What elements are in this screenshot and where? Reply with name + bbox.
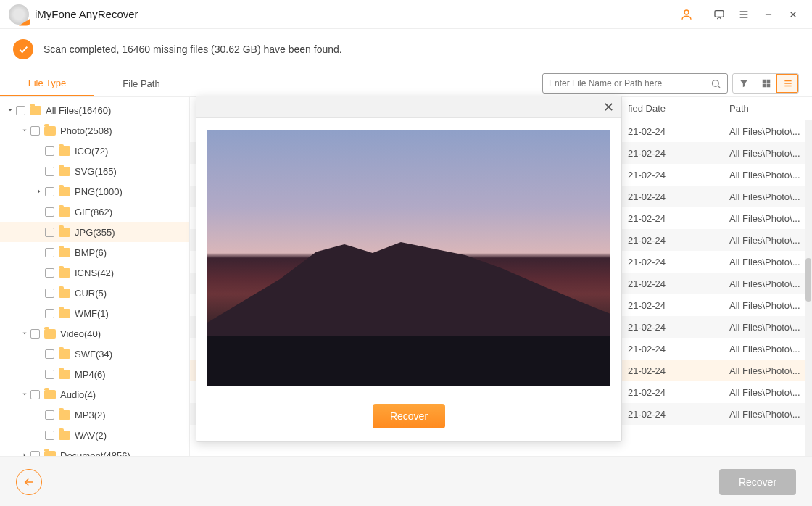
close-icon[interactable] xyxy=(783,4,803,25)
tree-item[interactable]: WMF(1) xyxy=(0,303,189,323)
checkbox[interactable] xyxy=(45,167,54,176)
tree-label: All Files(16460) xyxy=(46,105,111,116)
caret-icon[interactable] xyxy=(35,289,44,297)
tree-item[interactable]: MP4(6) xyxy=(0,364,189,384)
tab-file-type[interactable]: File Type xyxy=(0,70,94,96)
tree-label: CUR(5) xyxy=(75,288,107,299)
tree-item[interactable]: PNG(1000) xyxy=(0,181,189,202)
checkbox[interactable] xyxy=(45,431,54,440)
cell-path: All Files\Photo\... xyxy=(724,213,812,224)
tree-label: PNG(1000) xyxy=(75,186,123,197)
grid-view-icon[interactable] xyxy=(755,74,776,93)
cell-date: 21-02-24 xyxy=(622,213,724,224)
col-modified[interactable]: fied Date xyxy=(622,103,724,115)
footer: Recover xyxy=(0,457,812,506)
tree-item[interactable]: ICO(72) xyxy=(0,141,189,161)
tree-item[interactable]: MP3(2) xyxy=(0,405,189,425)
search-icon[interactable] xyxy=(710,78,721,89)
tree-item[interactable]: BMP(6) xyxy=(0,242,189,262)
checkbox[interactable] xyxy=(16,106,25,115)
caret-icon[interactable] xyxy=(35,248,44,257)
checkbox[interactable] xyxy=(45,370,54,379)
caret-icon[interactable] xyxy=(35,309,44,318)
filter-icon[interactable] xyxy=(733,74,755,93)
preview-body xyxy=(196,118,621,391)
caret-icon[interactable] xyxy=(35,370,44,378)
folder-icon xyxy=(59,289,70,298)
caret-icon[interactable] xyxy=(35,167,44,175)
checkbox[interactable] xyxy=(45,410,54,420)
svg-point-0 xyxy=(684,10,689,14)
checkbox[interactable] xyxy=(45,289,54,298)
tree-item[interactable]: Audio(4) xyxy=(0,384,189,405)
app-title: iMyFone AnyRecover xyxy=(35,8,138,20)
checkbox[interactable] xyxy=(30,126,40,136)
cell-date: 21-02-24 xyxy=(622,365,724,376)
feedback-icon[interactable] xyxy=(709,4,729,25)
account-icon[interactable] xyxy=(676,4,697,25)
col-path[interactable]: Path xyxy=(724,103,812,115)
tree-item[interactable]: ICNS(42) xyxy=(0,262,189,283)
scrollbar[interactable] xyxy=(805,120,812,456)
caret-icon[interactable] xyxy=(20,329,29,338)
folder-icon xyxy=(59,410,70,420)
checkbox[interactable] xyxy=(45,349,54,359)
checkbox[interactable] xyxy=(45,309,54,318)
menu-icon[interactable] xyxy=(734,4,754,25)
list-view-icon[interactable] xyxy=(776,74,798,93)
caret-icon[interactable] xyxy=(35,349,44,358)
caret-icon[interactable] xyxy=(35,268,44,277)
cell-date: 21-02-24 xyxy=(622,235,724,246)
checkbox[interactable] xyxy=(30,451,40,457)
caret-icon[interactable] xyxy=(35,431,44,439)
file-tree[interactable]: All Files(16460)Photo(2508)ICO(72)SVG(16… xyxy=(0,97,190,456)
tree-item[interactable]: Document(4856) xyxy=(0,445,189,456)
caret-icon[interactable] xyxy=(35,207,44,216)
caret-icon[interactable] xyxy=(6,106,14,115)
caret-icon[interactable] xyxy=(35,410,44,419)
tree-item[interactable]: SVG(165) xyxy=(0,161,189,181)
folder-icon xyxy=(59,370,70,379)
tree-item[interactable]: All Files(16460) xyxy=(0,100,189,120)
cell-path: All Files\Photo\... xyxy=(724,300,812,311)
folder-icon xyxy=(30,106,41,115)
titlebar: iMyFone AnyRecover xyxy=(0,0,812,29)
preview-recover-button[interactable]: Recover xyxy=(373,404,445,428)
tree-item[interactable]: JPG(355) xyxy=(0,222,189,242)
tree-label: MP3(2) xyxy=(75,410,106,420)
close-icon[interactable]: ✕ xyxy=(603,99,614,115)
tree-item[interactable]: CUR(5) xyxy=(0,283,189,303)
tree-item[interactable]: Video(40) xyxy=(0,323,189,344)
back-button[interactable] xyxy=(16,469,42,495)
checkbox[interactable] xyxy=(45,228,54,237)
folder-icon xyxy=(59,146,70,156)
caret-icon[interactable] xyxy=(20,126,29,135)
svg-rect-11 xyxy=(766,80,770,83)
checkbox[interactable] xyxy=(45,268,54,278)
preview-image xyxy=(207,130,610,386)
cell-path: All Files\Photo\... xyxy=(724,191,812,202)
search-input[interactable] xyxy=(549,78,710,88)
caret-icon[interactable] xyxy=(35,228,44,236)
tree-item[interactable]: WAV(2) xyxy=(0,425,189,445)
recover-button[interactable]: Recover xyxy=(719,469,796,495)
checkbox[interactable] xyxy=(30,329,40,339)
checkbox[interactable] xyxy=(30,390,40,399)
caret-icon[interactable] xyxy=(35,146,44,155)
tree-item[interactable]: SWF(34) xyxy=(0,344,189,364)
tab-file-path[interactable]: File Path xyxy=(94,70,188,96)
caret-icon[interactable] xyxy=(20,390,29,399)
checkbox[interactable] xyxy=(45,187,54,196)
checkbox[interactable] xyxy=(45,248,54,257)
tree-item[interactable]: Photo(2508) xyxy=(0,120,189,141)
minimize-icon[interactable] xyxy=(758,4,779,25)
tree-item[interactable]: GIF(862) xyxy=(0,202,189,222)
scan-banner: Scan completed, 16460 missing files (30.… xyxy=(0,29,812,70)
svg-rect-10 xyxy=(762,80,766,83)
cell-path: All Files\Photo\... xyxy=(724,322,812,333)
checkbox[interactable] xyxy=(45,146,54,156)
caret-icon[interactable] xyxy=(20,451,29,456)
checkbox[interactable] xyxy=(45,207,54,217)
search-box[interactable] xyxy=(542,73,728,94)
caret-icon[interactable] xyxy=(35,187,44,196)
